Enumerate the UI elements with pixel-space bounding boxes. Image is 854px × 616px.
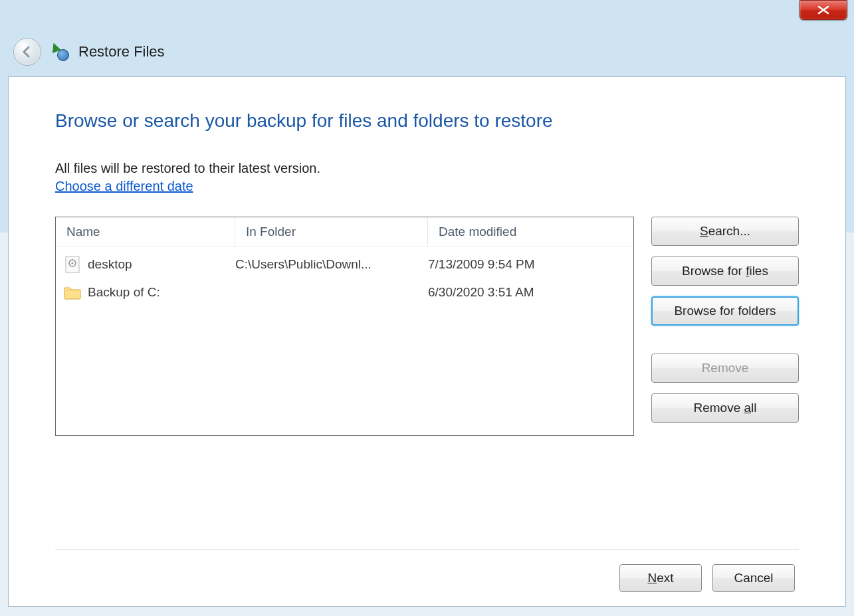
ini-file-icon [64, 255, 81, 274]
restore-files-icon [51, 43, 69, 61]
content-panel: Browse or search your backup for files a… [8, 76, 846, 607]
side-buttons: Search... Browse for files Browse for fo… [651, 217, 799, 436]
column-header-name[interactable]: Name [56, 217, 235, 246]
svg-rect-0 [66, 257, 79, 272]
file-list[interactable]: Name In Folder Date modified [55, 217, 634, 436]
back-button[interactable] [13, 38, 41, 66]
svg-point-2 [71, 262, 73, 264]
column-header-folder[interactable]: In Folder [235, 217, 428, 246]
page-heading: Browse or search your backup for files a… [55, 110, 799, 132]
titlebar [0, 0, 854, 27]
browse-folders-button[interactable]: Browse for folders [651, 296, 799, 326]
list-body: desktop C:\Users\Public\Downl... 7/13/20… [56, 247, 633, 310]
header-bar: Restore Files [0, 27, 854, 76]
list-item[interactable]: desktop C:\Users\Public\Downl... 7/13/20… [56, 251, 633, 278]
list-item[interactable]: Backup of C: 6/30/2020 3:51 AM [56, 278, 633, 306]
restore-files-window: Restore Files Browse or search your back… [0, 0, 854, 616]
close-button[interactable] [800, 0, 847, 20]
back-arrow-icon [20, 45, 35, 59]
search-button[interactable]: Search... [651, 217, 799, 246]
list-header: Name In Folder Date modified [56, 217, 633, 247]
list-item-date: 6/30/2020 3:51 AM [428, 285, 625, 300]
cancel-button[interactable]: Cancel [712, 564, 795, 592]
wizard-footer: Next Cancel [55, 549, 799, 606]
folder-icon [64, 282, 81, 302]
window-title: Restore Files [78, 43, 165, 60]
list-item-name: Backup of C: [88, 285, 160, 300]
list-item-name: desktop [88, 257, 132, 272]
page-subtext: All files will be restored to their late… [55, 161, 799, 176]
list-item-date: 7/13/2009 9:54 PM [428, 257, 625, 272]
next-button[interactable]: Next [619, 564, 702, 592]
middle-row: Name In Folder Date modified [55, 217, 799, 436]
column-header-date[interactable]: Date modified [428, 217, 633, 246]
remove-all-button[interactable]: Remove all [651, 393, 799, 423]
list-item-folder: C:\Users\Public\Downl... [235, 257, 428, 272]
choose-date-link[interactable]: Choose a different date [55, 179, 799, 194]
browse-files-button[interactable]: Browse for files [651, 257, 799, 286]
close-icon [817, 5, 829, 15]
remove-button: Remove [651, 354, 799, 383]
